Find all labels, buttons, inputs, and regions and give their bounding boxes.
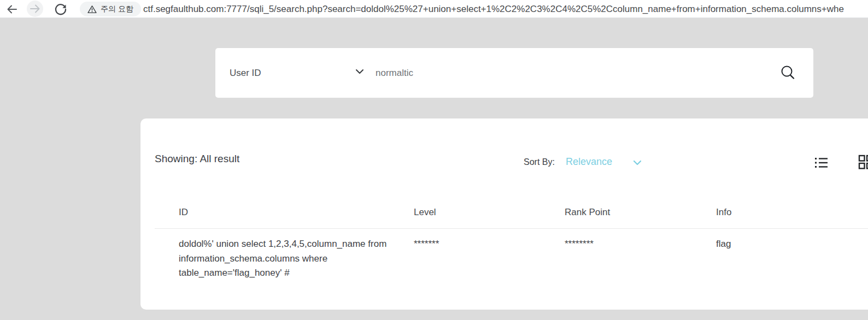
refresh-button[interactable] bbox=[54, 3, 67, 16]
search-icon bbox=[779, 64, 796, 81]
column-header-rank-point: Rank Point bbox=[565, 207, 716, 218]
column-header-level: Level bbox=[414, 207, 565, 218]
table-header-row: ID Level Rank Point Info bbox=[179, 207, 868, 218]
browser-toolbar: 주의 요함 ctf.segfaulthub.com:7777/sqli_5/se… bbox=[0, 0, 868, 18]
cell-rank-point: ******** bbox=[565, 237, 716, 281]
showing-text: Showing: All result bbox=[155, 153, 239, 165]
list-view-icon bbox=[815, 157, 828, 169]
warning-icon bbox=[87, 5, 97, 14]
forward-icon bbox=[28, 2, 42, 15]
back-icon bbox=[5, 3, 19, 16]
sort-control: Sort By: Relevance bbox=[524, 156, 642, 168]
grid-view-button[interactable] bbox=[858, 155, 868, 170]
results-card: Showing: All result Sort By: Relevance bbox=[140, 118, 868, 310]
site-security-chip[interactable]: 주의 요함 bbox=[80, 2, 141, 16]
table-header-divider bbox=[155, 228, 868, 229]
column-header-info: Info bbox=[716, 207, 868, 218]
sort-by-label: Sort By: bbox=[524, 157, 555, 167]
refresh-icon bbox=[54, 3, 67, 16]
list-view-button[interactable] bbox=[815, 157, 828, 169]
page-content: User ID normaltic Showing: All result So… bbox=[0, 19, 868, 320]
search-input[interactable]: normaltic bbox=[376, 48, 413, 98]
search-field-select[interactable]: User ID bbox=[230, 48, 366, 98]
table-row: doldol%' union select 1,2,3,4,5,column_n… bbox=[179, 237, 868, 281]
forward-button[interactable] bbox=[27, 1, 43, 17]
search-card: User ID normaltic bbox=[215, 48, 813, 98]
chevron-down-icon[interactable] bbox=[355, 69, 364, 74]
search-field-select-value: User ID bbox=[230, 68, 261, 79]
column-header-id: ID bbox=[179, 207, 414, 218]
security-chip-label: 주의 요함 bbox=[101, 4, 133, 14]
cell-id: doldol%' union select 1,2,3,4,5,column_n… bbox=[179, 237, 400, 281]
back-button[interactable] bbox=[5, 3, 19, 16]
sort-select[interactable]: Relevance bbox=[566, 156, 612, 168]
chevron-down-icon[interactable] bbox=[633, 160, 642, 165]
address-bar-url[interactable]: ctf.segfaulthub.com:7777/sqli_5/search.p… bbox=[143, 0, 868, 18]
search-button[interactable] bbox=[779, 64, 796, 81]
grid-view-icon bbox=[858, 155, 868, 170]
cell-level: ******* bbox=[414, 237, 565, 281]
cell-info: flag bbox=[716, 237, 868, 281]
